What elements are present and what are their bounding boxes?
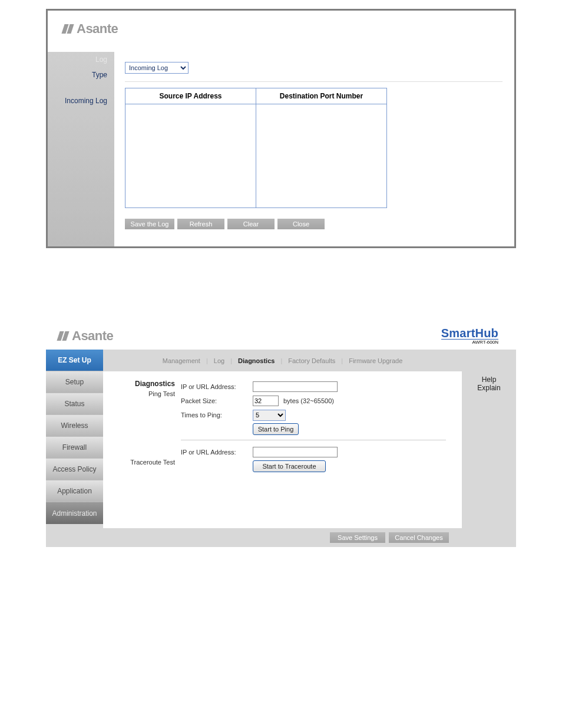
asante-logo-icon — [58, 331, 68, 341]
nav-application[interactable]: Application — [46, 480, 103, 502]
center-wrap: Management | Log | Diagnostics | Factory… — [103, 350, 516, 528]
product-brand: SmartHub AWRT-600N — [441, 327, 511, 345]
clear-button[interactable]: Clear — [227, 219, 275, 229]
log-popup: Asante Log Type Incoming Log Incoming Lo… — [46, 9, 516, 248]
content-white: Diagnostics Ping Test Traceroute Test IP… — [103, 371, 462, 528]
times-to-ping-label: Times to Ping: — [181, 411, 253, 419]
popup-main: Incoming Log Source IP Address Destinati… — [114, 52, 514, 246]
center: Management | Log | Diagnostics | Factory… — [103, 350, 462, 528]
packet-size-hint: bytes (32~65500) — [283, 397, 334, 404]
subnav-log[interactable]: Log — [214, 357, 224, 364]
subnav-diagnostics[interactable]: Diagnostics — [238, 357, 275, 364]
subnav-firmware-upgrade[interactable]: Firmware Upgrade — [349, 357, 402, 364]
sidebar-type-label: Type — [48, 66, 114, 86]
form-col: IP or URL Address: Packet Size: bytes (3… — [178, 380, 462, 528]
log-table: Source IP Address Destination Port Numbe… — [125, 88, 387, 208]
save-log-button[interactable]: Save the Log — [125, 219, 174, 229]
start-ping-button[interactable]: Start to Ping — [253, 423, 299, 435]
product-model: AWRT-600N — [441, 340, 498, 345]
left-nav: EZ Set Up Setup Status Wireless Firewall… — [46, 350, 103, 528]
col-source-ip: Source IP Address — [125, 88, 256, 104]
packet-size-input[interactable] — [253, 396, 279, 406]
log-popup-frame: Asante Log Type Incoming Log Incoming Lo… — [46, 9, 516, 248]
divider: | — [280, 357, 282, 364]
product-name: SmartHub — [441, 327, 498, 340]
help-column: Help Explain — [462, 350, 516, 528]
popup-header: Asante — [48, 11, 514, 52]
ping-ip-input[interactable] — [253, 381, 338, 392]
start-ping-row: Start to Ping — [181, 422, 462, 436]
start-trace-row: Start to Traceroute — [181, 459, 462, 473]
table-header-row: Source IP Address Destination Port Numbe… — [125, 88, 387, 104]
divider: | — [341, 357, 343, 364]
times-to-ping-row: Times to Ping: 5 — [181, 408, 462, 422]
divider: | — [230, 357, 232, 364]
divider: | — [206, 357, 208, 364]
page-body: EZ Set Up Setup Status Wireless Firewall… — [46, 350, 516, 528]
divider — [125, 81, 503, 82]
packet-size-label: Packet Size: — [181, 397, 253, 404]
nav-ez-setup[interactable]: EZ Set Up — [46, 350, 103, 371]
cancel-changes-button[interactable]: Cancel Changes — [389, 532, 449, 543]
packet-size-row: Packet Size: bytes (32~65500) — [181, 394, 462, 408]
table-row — [125, 104, 387, 208]
log-type-select[interactable]: Incoming Log — [125, 62, 189, 74]
trace-ip-label: IP or URL Address: — [181, 449, 253, 456]
subnav: Management | Log | Diagnostics | Factory… — [103, 350, 462, 371]
footer: Save Settings Cancel Changes — [46, 528, 516, 547]
sidebar-incoming-label: Incoming Log — [48, 86, 114, 105]
close-button[interactable]: Close — [277, 219, 325, 229]
type-row: Incoming Log — [125, 58, 503, 78]
nav-firewall[interactable]: Firewall — [46, 437, 103, 459]
section-divider — [181, 440, 446, 440]
nav-wireless[interactable]: Wireless — [46, 415, 103, 437]
trace-ip-row: IP or URL Address: — [181, 445, 462, 459]
brand-name: Asante — [77, 21, 118, 37]
times-to-ping-select[interactable]: 5 — [253, 410, 286, 421]
nav-status[interactable]: Status — [46, 393, 103, 415]
subnav-factory-defaults[interactable]: Factory Defaults — [288, 357, 335, 364]
cell-dest-port — [256, 104, 387, 208]
diagnostics-page: Asante SmartHub AWRT-600N EZ Set Up Setu… — [46, 320, 516, 547]
nav-administration[interactable]: Administration — [46, 502, 103, 524]
popup-body: Log Type Incoming Log Incoming Log Sourc… — [48, 52, 514, 246]
popup-sidebar: Log Type Incoming Log — [48, 52, 114, 246]
sidebar-section-title: Log — [48, 52, 114, 66]
ping-ip-row: IP or URL Address: — [181, 380, 462, 394]
brand: Asante — [62, 21, 514, 37]
log-button-row: Save the Log Refresh Clear Close — [125, 219, 503, 229]
asante-logo-icon — [62, 24, 73, 34]
save-settings-button[interactable]: Save Settings — [330, 532, 385, 543]
nav-setup[interactable]: Setup — [46, 371, 103, 393]
label-col: Diagnostics Ping Test Traceroute Test — [103, 380, 178, 528]
brand-name: Asante — [72, 328, 113, 344]
refresh-button[interactable]: Refresh — [177, 219, 224, 229]
topbar: Asante SmartHub AWRT-600N — [46, 320, 516, 350]
traceroute-ip-input[interactable] — [253, 447, 338, 457]
nav-access-policy[interactable]: Access Policy — [46, 459, 103, 480]
start-traceroute-button[interactable]: Start to Traceroute — [253, 460, 326, 472]
explain-link[interactable]: Explain — [462, 384, 516, 392]
subnav-management[interactable]: Management — [163, 357, 200, 364]
ping-ip-label: IP or URL Address: — [181, 383, 253, 390]
ping-test-label: Ping Test — [103, 390, 175, 397]
col-dest-port: Destination Port Number — [256, 88, 387, 104]
cell-source-ip — [125, 104, 256, 208]
traceroute-test-label: Traceroute Test — [103, 459, 175, 466]
brand: Asante — [58, 328, 113, 344]
help-link[interactable]: Help — [462, 375, 516, 384]
diagnostics-heading: Diagnostics — [103, 380, 175, 388]
